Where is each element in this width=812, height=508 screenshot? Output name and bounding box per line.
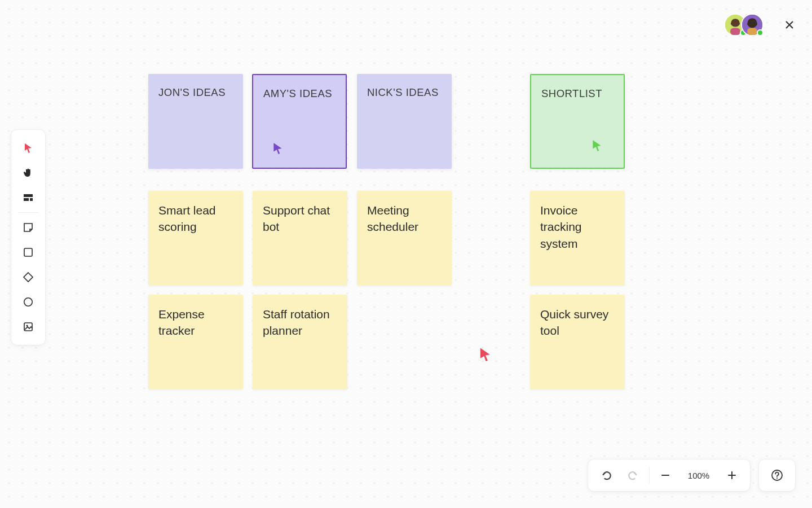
note-text: NICK'S IDEAS <box>367 86 439 98</box>
idea-note[interactable]: Support chat bot <box>253 191 347 286</box>
note-text: Meeting scheduler <box>367 204 418 233</box>
note-text: Support chat bot <box>263 204 330 233</box>
tool-palette <box>11 130 45 345</box>
header-note-shortlist[interactable]: SHORTLIST <box>530 74 625 169</box>
note-text: Staff rotation planner <box>263 308 330 337</box>
pointer-tool[interactable] <box>16 135 41 160</box>
idea-note[interactable]: Invoice tracking system <box>530 191 625 286</box>
presence-dot-icon <box>757 29 764 36</box>
topbar <box>724 14 795 36</box>
presence-avatars <box>724 14 764 36</box>
redo-button[interactable] <box>620 462 647 489</box>
hand-tool[interactable] <box>16 160 41 185</box>
rectangle-tool[interactable] <box>16 240 41 265</box>
section-tool[interactable] <box>16 185 41 210</box>
note-text: Quick survey tool <box>540 308 608 337</box>
svg-rect-2 <box>730 28 740 35</box>
sticky-note-tool[interactable] <box>16 215 41 240</box>
bottom-controls: 100% <box>588 459 795 491</box>
separator <box>649 467 650 484</box>
zoom-out-button[interactable] <box>652 462 679 489</box>
idea-note[interactable]: Expense tracker <box>148 295 243 389</box>
idea-note[interactable]: Meeting scheduler <box>357 191 452 286</box>
svg-rect-10 <box>30 198 33 201</box>
close-button[interactable] <box>784 19 795 30</box>
idea-note[interactable]: Staff rotation planner <box>253 295 347 389</box>
svg-rect-11 <box>24 248 32 256</box>
circle-tool[interactable] <box>16 290 41 314</box>
image-tool[interactable] <box>16 314 41 339</box>
svg-rect-9 <box>24 198 29 201</box>
note-text: AMY'S IDEAS <box>263 87 332 99</box>
idea-note[interactable]: Quick survey tool <box>530 295 625 389</box>
zoom-level[interactable]: 100% <box>679 471 718 480</box>
zoom-panel: 100% <box>588 459 750 491</box>
header-note-nick[interactable]: NICK'S IDEAS <box>357 74 452 169</box>
zoom-in-button[interactable] <box>718 462 745 489</box>
svg-point-12 <box>24 298 32 306</box>
diamond-tool[interactable] <box>16 265 41 290</box>
help-button[interactable] <box>764 462 791 489</box>
undo-button[interactable] <box>593 462 620 489</box>
help-panel <box>759 459 795 491</box>
note-text: Smart lead scoring <box>158 204 216 233</box>
note-text: JON'S IDEAS <box>158 86 226 98</box>
note-text: Invoice tracking system <box>540 204 582 250</box>
toolbar-separator <box>18 212 38 213</box>
avatar-user-2[interactable] <box>741 14 764 36</box>
svg-point-16 <box>776 478 778 479</box>
svg-rect-8 <box>24 194 33 197</box>
idea-note[interactable]: Smart lead scoring <box>148 191 243 286</box>
svg-rect-7 <box>747 28 757 35</box>
note-text: SHORTLIST <box>541 87 602 99</box>
note-text: Expense tracker <box>158 308 205 337</box>
header-note-amy[interactable]: AMY'S IDEAS <box>252 74 347 169</box>
header-note-jon[interactable]: JON'S IDEAS <box>148 74 243 169</box>
